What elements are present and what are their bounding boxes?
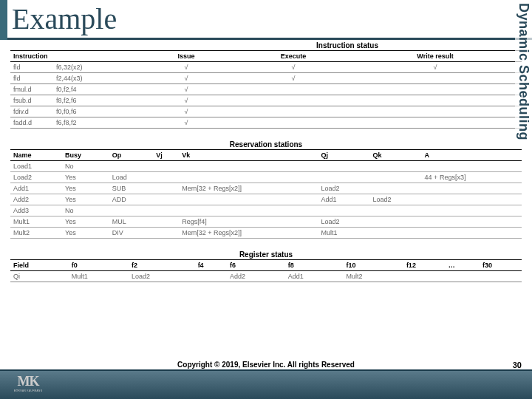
table-header-cell: Field xyxy=(10,260,69,271)
table-cell: √ xyxy=(134,106,238,117)
table-cell: f0,f0,f6 xyxy=(53,106,134,117)
table-cell: fdiv.d xyxy=(10,106,53,117)
table-cell xyxy=(238,117,349,129)
table-header-cell: … xyxy=(446,260,480,271)
table-cell: Add1 xyxy=(318,194,370,205)
section-vertical-label: Dynamic Scheduling xyxy=(515,1,532,142)
table-cell xyxy=(422,183,522,194)
table-row: fmul.df0,f2,f4√ xyxy=(10,84,522,95)
t1-h2: Issue xyxy=(134,51,238,62)
t1-h4: Write result xyxy=(349,51,522,62)
table-cell: Yes xyxy=(62,216,109,228)
table-cell: f8,f2,f6 xyxy=(53,95,134,106)
table-cell: DIV xyxy=(109,228,153,239)
table-cell: Mult1 xyxy=(69,271,129,282)
table-header-cell: Qj xyxy=(318,150,370,161)
table-cell xyxy=(153,228,179,239)
table-header-cell: Busy xyxy=(62,150,109,161)
table-cell xyxy=(370,161,422,172)
table-cell: No xyxy=(62,205,109,216)
instruction-status-table: Instruction Issue Execute Write result f… xyxy=(10,50,522,129)
table-cell xyxy=(370,205,422,216)
t1-h3: Execute xyxy=(238,51,349,62)
table-row: Mult2YesDIVMem[32 + Regs[x2]]Mult1 xyxy=(10,228,522,239)
table-cell xyxy=(153,194,179,205)
table-cell xyxy=(349,84,522,95)
t1-h1 xyxy=(53,51,134,62)
page-number: 30 xyxy=(513,361,522,369)
slide-title: Example xyxy=(12,1,117,36)
table-cell xyxy=(480,271,522,282)
table-cell xyxy=(179,172,318,183)
table-cell xyxy=(153,183,179,194)
table-cell xyxy=(238,95,349,106)
table-cell: Add3 xyxy=(10,205,62,216)
table-cell: f6,32(x2) xyxy=(53,62,134,73)
table-cell xyxy=(422,228,522,239)
header-accent-bar xyxy=(0,0,7,40)
table-cell: Load1 xyxy=(10,161,62,172)
table-cell xyxy=(318,161,370,172)
table-cell: √ xyxy=(134,84,238,95)
table-header-cell: f4 xyxy=(195,260,227,271)
table3-title: Register status xyxy=(10,250,522,259)
table-header-cell: A xyxy=(422,150,522,161)
table-cell: Add2 xyxy=(10,194,62,205)
table-cell: 44 + Regs[x3] xyxy=(422,172,522,183)
publisher-logo: MK MORGAN KAUFMANN xyxy=(7,374,49,396)
table-cell xyxy=(349,73,522,84)
table-cell: Add1 xyxy=(285,271,344,282)
slide-header: Example xyxy=(0,0,532,40)
logo-subtitle: MORGAN KAUFMANN xyxy=(14,389,43,392)
table-cell xyxy=(403,271,446,282)
table-cell xyxy=(238,84,349,95)
table-cell: fadd.d xyxy=(10,117,53,129)
table-cell: f0,f2,f4 xyxy=(53,84,134,95)
table-cell: No xyxy=(62,161,109,172)
table-cell xyxy=(153,172,179,183)
table-header-cell: Op xyxy=(109,150,153,161)
table-header-cell: f6 xyxy=(227,260,285,271)
table-cell xyxy=(318,205,370,216)
table-cell xyxy=(238,106,349,117)
table-cell xyxy=(370,183,422,194)
table-cell xyxy=(179,205,318,216)
table-header-cell: f0 xyxy=(69,260,129,271)
table-cell: Add1 xyxy=(10,183,62,194)
table-header-cell: f8 xyxy=(285,260,344,271)
table-cell xyxy=(195,271,227,282)
table-cell: Load xyxy=(109,172,153,183)
table-cell xyxy=(179,194,318,205)
table-row: Mult1YesMULRegs[f4]Load2 xyxy=(10,216,522,228)
table-cell: √ xyxy=(134,117,238,129)
table-cell: Mult1 xyxy=(10,216,62,228)
table-cell: Yes xyxy=(62,172,109,183)
table-cell: Mult2 xyxy=(343,271,403,282)
table-row: fdiv.df0,f0,f6√ xyxy=(10,106,522,117)
table-cell xyxy=(153,205,179,216)
register-status-table: Fieldf0f2f4f6f8f10f12…f30 QiMult1Load2Ad… xyxy=(10,259,522,282)
table-cell xyxy=(422,205,522,216)
table-cell: fld xyxy=(10,73,53,84)
table-cell: f2,44(x3) xyxy=(53,73,134,84)
table-cell: fmul.d xyxy=(10,84,53,95)
table-cell: Add2 xyxy=(227,271,285,282)
table-cell: ADD xyxy=(109,194,153,205)
table-cell: Yes xyxy=(62,228,109,239)
table-cell xyxy=(179,161,318,172)
table-cell: Load2 xyxy=(318,216,370,228)
table-cell: Yes xyxy=(62,183,109,194)
table-header-cell: Vk xyxy=(179,150,318,161)
table-cell xyxy=(153,161,179,172)
table-cell: fld xyxy=(10,62,53,73)
table-cell xyxy=(349,117,522,129)
table-header-cell: f2 xyxy=(129,260,195,271)
table-cell: √ xyxy=(134,73,238,84)
table-header-cell: f10 xyxy=(343,260,403,271)
table-header-cell: f30 xyxy=(480,260,522,271)
table-cell: Qi xyxy=(10,271,69,282)
table-cell xyxy=(446,271,480,282)
table-cell xyxy=(349,106,522,117)
table-cell: SUB xyxy=(109,183,153,194)
table-cell xyxy=(153,216,179,228)
